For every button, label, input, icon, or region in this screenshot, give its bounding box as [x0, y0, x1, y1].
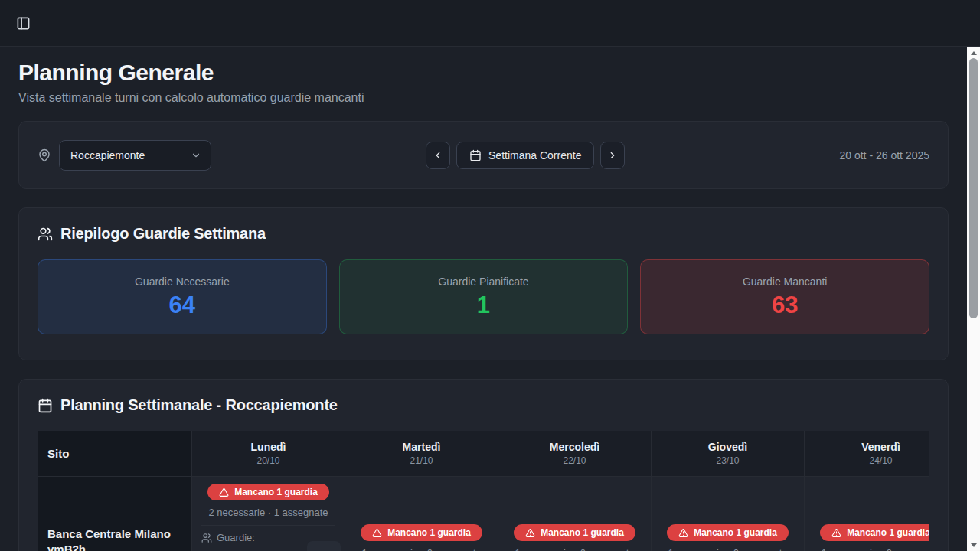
day-cell: Mancano 1 guardia 1 necessarie · 0 asseg… [498, 477, 652, 551]
day-name: Lunedì [251, 441, 286, 453]
day-column-header: Lunedì 20/10 [192, 431, 345, 477]
day-name: Venerdì [861, 441, 900, 453]
chevron-right-icon [607, 150, 618, 161]
week-navigation: Settimana Corrente [426, 142, 625, 169]
badge-label: Mancano 1 guardia [541, 527, 624, 538]
calendar-days-icon [469, 149, 482, 161]
location-filter: Roccapiemonte [38, 140, 211, 171]
summary-card: Riepilogo Guardie Settimana Guardie Nece… [18, 207, 949, 360]
counts-label: 1 necessarie · 0 assegnate [821, 547, 929, 551]
missing-guards-badge: Mancano 1 guardia [667, 524, 789, 541]
planning-title: Planning Settimanale - Roccapiemonte [60, 396, 338, 414]
day-date: 24/10 [869, 455, 892, 466]
alert-triangle-icon [525, 528, 535, 538]
day-cell: Mancano 1 guardia 1 necessarie · 0 asseg… [652, 477, 805, 551]
prev-week-button[interactable] [426, 142, 450, 169]
users-icon [38, 227, 53, 242]
stat-value: 64 [169, 292, 195, 319]
topbar [0, 0, 980, 47]
counts-label: 1 necessarie · 0 assegnate [514, 547, 634, 551]
users-icon [201, 533, 212, 543]
location-select[interactable]: Roccapiemonte [59, 140, 211, 171]
alert-triangle-icon [372, 528, 382, 538]
day-date: 21/10 [410, 455, 433, 466]
chevron-left-icon [433, 150, 443, 161]
day-column-header: Giovedì 23/10 [652, 431, 805, 477]
missing-guards-badge: Mancano 1 guardia [820, 524, 929, 541]
sidebar-toggle-button[interactable] [12, 12, 34, 34]
stat-label: Guardie Mancanti [743, 276, 828, 288]
stat-card-necessarie: Guardie Necessarie 64 [38, 259, 327, 334]
alert-triangle-icon [219, 487, 229, 497]
counts-label: 1 necessarie · 0 assegnate [361, 547, 481, 551]
page-title: Planning Generale [18, 59, 949, 86]
cell-divider [201, 525, 335, 526]
stat-value: 63 [772, 292, 798, 319]
filter-bar: Roccapiemonte Settimana Corrente [18, 121, 949, 189]
scrollbar-thumb[interactable] [969, 58, 978, 318]
planning-card: Planning Settimanale - Roccapiemonte Sit… [18, 379, 949, 551]
day-date: 20/10 [256, 455, 279, 466]
day-cell: Mancano 1 guardia 1 necessarie · 0 asseg… [805, 477, 929, 551]
missing-guards-badge: Mancano 1 guardia [361, 524, 482, 541]
scrollbar-down-arrow[interactable] [967, 539, 980, 551]
missing-guards-badge: Mancano 1 guardia [514, 524, 635, 541]
summary-stats: Guardie Necessarie 64 Guardie Pianificat… [38, 259, 929, 334]
stat-card-mancanti: Guardie Mancanti 63 [640, 259, 929, 334]
current-week-button[interactable]: Settimana Corrente [456, 142, 594, 169]
date-range-label: 20 ott - 26 ott 2025 [839, 149, 929, 161]
day-column-header: Mercoledì 22/10 [498, 431, 652, 477]
planning-table: Sito Lunedì 20/10 Martedì 21/10 Mercoled… [38, 431, 929, 551]
day-name: Mercoledì [550, 441, 599, 453]
summary-title: Riepilogo Guardie Settimana [60, 225, 266, 243]
badge-label: Mancano 1 guardia [387, 527, 471, 538]
day-cell: Mancano 1 guardia 1 necessarie · 0 asseg… [345, 477, 498, 551]
current-week-label: Settimana Corrente [488, 149, 581, 161]
day-column-header: Martedì 21/10 [345, 431, 498, 477]
day-date: 23/10 [716, 455, 739, 466]
badge-label: Mancano 1 guardia [694, 527, 777, 538]
guards-label: Guardie: [217, 532, 255, 543]
badge-label: Mancano 1 guardia [847, 527, 929, 538]
stat-label: Guardie Necessarie [135, 276, 230, 288]
map-pin-icon [38, 148, 51, 162]
next-week-button[interactable] [600, 142, 625, 169]
site-name: Banca Centrale Milano vmB2h_ [47, 527, 191, 551]
stat-card-pianificate: Guardie Pianificate 1 [339, 259, 629, 334]
alert-triangle-icon [831, 528, 841, 538]
day-name: Giovedì [708, 441, 747, 453]
location-select-value: Roccapiemonte [70, 149, 145, 161]
day-date: 22/10 [563, 455, 586, 466]
site-column-header: Sito [38, 431, 192, 477]
day-name: Martedì [403, 441, 441, 453]
panel-left-icon [16, 16, 31, 31]
day-cell: Mancano 1 guardia 2 necessarie · 1 asseg… [192, 477, 345, 551]
site-cell: Banca Centrale Milano vmB2h_ [38, 477, 192, 551]
chevron-down-icon [191, 150, 201, 161]
counts-label: 2 necessarie · 1 assegnate [208, 507, 328, 518]
main-content: Planning Generale Vista settimanale turn… [0, 47, 967, 551]
missing-guards-badge: Mancano 1 guardia [207, 484, 329, 500]
vertical-scrollbar[interactable] [967, 47, 980, 551]
alert-triangle-icon [678, 528, 688, 538]
scrollbar-up-arrow[interactable] [967, 47, 980, 59]
badge-label: Mancano 1 guardia [234, 487, 318, 497]
guard-chip[interactable] [307, 541, 341, 551]
day-column-header: Venerdì 24/10 [805, 431, 929, 477]
stat-label: Guardie Pianificate [438, 276, 528, 288]
calendar-icon [38, 398, 53, 413]
counts-label: 1 necessarie · 0 assegnate [668, 547, 787, 551]
page-subtitle: Vista settimanale turni con calcolo auto… [18, 91, 949, 105]
stat-value: 1 [477, 292, 490, 319]
